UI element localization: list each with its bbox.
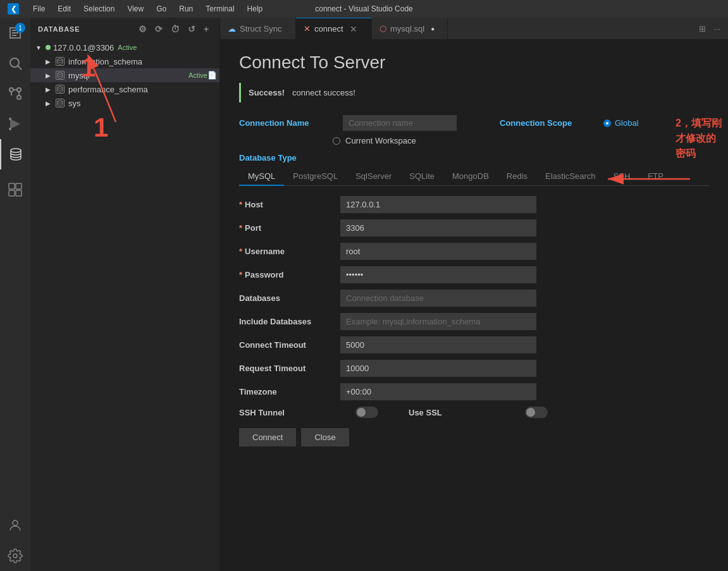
db-tab-redis[interactable]: Redis [498,168,536,186]
connection-name-scope-row: Connection Name Connection Scope Global [239,115,709,131]
reset-icon[interactable]: ↺ [185,23,199,35]
db-tab-sqlserver[interactable]: SqlServer [347,168,400,186]
x-icon: ✕ [304,24,311,34]
editor-content: 2，填写刚 才修改的 密码 Connect To Server Success!… [220,40,728,571]
add-connection-icon[interactable]: + [201,23,212,35]
db-tab-ftp[interactable]: FTP [639,168,672,186]
close-button[interactable]: Close [301,428,349,446]
tab-close-button[interactable]: ✕ [350,25,357,34]
include-databases-row: Include Databases [239,313,709,330]
db-tab-postgresql[interactable]: PostgreSQL [284,168,347,186]
host-row: *Host [239,196,709,213]
menu-view[interactable]: View [123,3,147,15]
activity-explorer[interactable]: 1 [0,18,30,48]
connect-timeout-row: Connect Timeout [239,336,709,353]
menu-bar: File Edit Selection View Go Run Terminal… [29,3,266,15]
activity-search[interactable] [0,48,30,78]
db-tab-elasticsearch[interactable]: ElasticSearch [536,168,604,186]
svg-rect-8 [9,183,15,189]
server-label: 127.0.0.1@3306 [53,43,114,52]
username-row: *Username [239,243,709,260]
db-tab-mysql[interactable]: MySQL [239,168,284,186]
success-message: connect success! [292,88,355,97]
db-expand-arrow: ▶ [46,58,56,65]
more-actions-icon[interactable]: ··· [711,21,723,36]
svg-rect-10 [9,190,15,196]
host-input[interactable] [340,196,536,213]
activity-settings[interactable] [0,541,30,571]
tab-connect[interactable]: ✕ connect ✕ [296,18,372,40]
svg-point-15 [58,73,63,75]
databases-input[interactable] [340,290,536,307]
tabs-bar: ☁ Struct Sync ✕ connect ✕ ⬡ mysql.sql ● … [220,18,728,40]
db-icon [56,57,65,66]
request-timeout-input[interactable] [340,360,536,377]
db-name: information_schema [68,57,217,66]
connect-button[interactable]: Connect [239,428,296,446]
use-ssl-thumb [526,408,535,417]
db-tab-ssh[interactable]: SSH [605,168,639,186]
server-item[interactable]: ▼ 127.0.0.1@3306 Active [30,40,219,54]
databases-label: Databases [239,293,340,303]
db-information-schema[interactable]: ▶ information_schema [30,54,219,68]
radio-selected-dot [603,120,611,127]
request-timeout-label: Request Timeout [239,364,340,373]
menu-go[interactable]: Go [152,3,170,15]
activity-account[interactable] [0,510,30,541]
port-required-star: * [239,223,242,233]
db-name: performance_schema [68,85,217,94]
sidebar-title: DATABASE [38,25,80,33]
vscode-logo: ❮ [8,3,19,15]
username-input[interactable] [340,243,536,260]
activity-extensions[interactable] [0,175,30,205]
db-type-section: Database Type MySQL PostgreSQL SqlServer… [239,153,709,186]
db-tab-sqlite[interactable]: SQLite [400,168,443,186]
workspace-label: Current Workspace [345,136,416,145]
db-mysql[interactable]: ▶ mysql Active 📄 [30,68,219,82]
history-icon[interactable]: ⏱ [168,23,183,35]
db-icon: ⬡ [379,24,386,34]
activity-database[interactable] [0,139,30,169]
timezone-row: Timezone [239,383,709,400]
include-databases-input[interactable] [340,313,536,330]
db-tab-mongodb[interactable]: MongoDB [443,168,498,186]
workspace-radio[interactable] [333,137,340,145]
settings-icon[interactable]: ⚙ [136,23,150,35]
menu-selection[interactable]: Selection [80,3,118,15]
username-label: *Username [239,247,340,256]
svg-point-14 [58,59,63,61]
tab-label: Struct Sync [240,24,281,34]
refresh-icon[interactable]: ⟳ [152,23,166,35]
use-ssl-toggle[interactable] [525,407,548,418]
tab-struct-sync[interactable]: ☁ Struct Sync [220,18,296,40]
db-performance-schema[interactable]: ▶ performance_schema [30,82,219,96]
timezone-label: Timezone [239,387,340,396]
db-type-label: Database Type [239,153,709,163]
ssh-tunnel-toggle[interactable] [355,407,378,418]
svg-point-16 [58,87,63,89]
password-input[interactable] [340,266,536,283]
port-label: *Port [239,223,340,233]
server-active-badge: Active [118,44,137,51]
port-input[interactable] [340,219,536,236]
main-layout: 1 DATABASE [0,18,728,571]
new-query-icon[interactable]: 📄 [207,71,217,80]
connection-name-input[interactable] [343,115,457,131]
activity-run[interactable] [0,109,30,139]
notification-badge: 1 [15,23,25,33]
db-sys[interactable]: ▶ sys [30,96,219,110]
menu-terminal[interactable]: Terminal [202,3,238,15]
timezone-input[interactable] [340,383,536,400]
split-editor-icon[interactable]: ⊞ [696,21,708,36]
connect-timeout-input[interactable] [340,336,536,353]
menu-file[interactable]: File [29,3,49,15]
server-expand-arrow: ▼ [35,44,46,51]
tab-mysql-sql[interactable]: ⬡ mysql.sql ● [372,18,448,40]
scope-global-radio[interactable]: Global [603,118,639,128]
menu-help[interactable]: Help [244,3,267,15]
menu-edit[interactable]: Edit [54,3,75,15]
ssh-ssl-row: SSH Tunnel Use SSL [239,407,709,418]
menu-run[interactable]: Run [175,3,197,15]
activity-source-control[interactable] [0,78,30,109]
svg-point-13 [13,554,17,558]
